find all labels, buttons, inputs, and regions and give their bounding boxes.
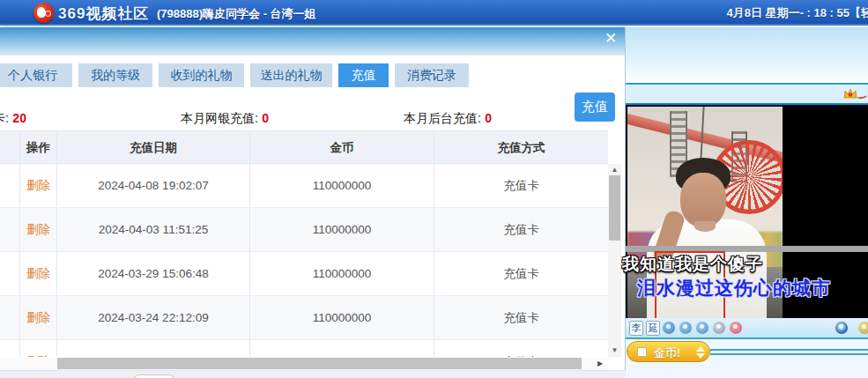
row-method: 充值卡 bbox=[434, 340, 608, 357]
scroll-right-icon[interactable]: ▶ bbox=[592, 357, 608, 370]
partial-icon[interactable] bbox=[858, 322, 868, 334]
col-header-date: 充值日期 bbox=[57, 131, 250, 163]
dialog-header: ✕ bbox=[0, 27, 625, 56]
tab-consumption-record[interactable]: 消费记录 bbox=[395, 63, 469, 87]
row-coins: 110000000 bbox=[250, 252, 434, 295]
table-row: 删除 2024-04-08 19:02:07 110000000 充值卡 bbox=[0, 164, 608, 208]
recharge-button[interactable]: 充值 bbox=[575, 93, 615, 122]
tab-recharge[interactable]: 充值 bbox=[338, 63, 389, 87]
scroll-down-icon[interactable]: ▼ bbox=[608, 345, 621, 357]
settings-gear-icon[interactable] bbox=[713, 322, 725, 334]
card-count: 卡: 20 bbox=[0, 110, 26, 127]
row-date: 2024-04-08 19:02:07 bbox=[57, 164, 250, 207]
spinner-up-icon[interactable] bbox=[696, 346, 705, 352]
monthly-online-recharge-value: 0 bbox=[262, 111, 269, 125]
monthly-online-recharge: 本月网银充值: 0 bbox=[181, 110, 269, 127]
table-body: 删除 2024-04-08 19:02:07 110000000 充值卡 删除 … bbox=[0, 164, 608, 357]
user-button-li[interactable]: 李 bbox=[629, 321, 643, 336]
monthly-backend-recharge-label: 本月后台充值: bbox=[404, 111, 481, 125]
table-row: 删除 2024-03-24 22:12:09 110000000 充值卡 bbox=[0, 296, 608, 340]
row-coins: 110000000 bbox=[250, 208, 434, 251]
person-face bbox=[680, 173, 726, 227]
ice-cream-icon[interactable] bbox=[730, 322, 742, 334]
tab-gifts-sent[interactable]: 送出的礼物 bbox=[250, 63, 332, 87]
delete-link[interactable]: 删除 bbox=[26, 223, 50, 236]
delete-link[interactable]: 删除 bbox=[26, 311, 50, 324]
close-icon[interactable]: ✕ bbox=[601, 29, 620, 48]
monthly-online-recharge-label: 本月网银充值: bbox=[181, 111, 258, 125]
card-count-label: 卡: bbox=[0, 111, 9, 125]
monthly-backend-recharge: 本月后台充值: 0 bbox=[404, 110, 492, 127]
row-method: 充值卡 bbox=[434, 208, 608, 251]
table-header: 操作 充值日期 金币 充值方式 bbox=[0, 130, 608, 164]
row-date: 2024-03-10 18:40:09 bbox=[57, 340, 250, 357]
col-header-action: 操作 bbox=[20, 131, 57, 163]
row-date: 2024-03-24 22:12:09 bbox=[57, 296, 250, 339]
app-background-strip bbox=[626, 27, 868, 83]
date-time-text: 4月8日 星期一- : 18 : 55【轻 bbox=[727, 5, 868, 21]
room-title: (798888)嗨皮同学会 - 台湾一姐 bbox=[157, 6, 316, 22]
tab-personal-bank[interactable]: 个人银行 bbox=[0, 63, 72, 87]
row-method: 充值卡 bbox=[434, 252, 608, 295]
window-titlebar: 369视频社区 (798888)嗨皮同学会 - 台湾一姐 4月8日 星期一- :… bbox=[0, 0, 868, 26]
row-coins: 110000000 bbox=[250, 296, 434, 339]
spinner-down-icon[interactable] bbox=[696, 353, 705, 359]
coin-label: 金币! bbox=[654, 345, 680, 361]
user-button-yan[interactable]: 延 bbox=[646, 321, 660, 336]
tab-gifts-received[interactable]: 收到的礼物 bbox=[159, 63, 244, 87]
delete-link[interactable]: 删除 bbox=[26, 179, 50, 192]
coin-checkbox[interactable] bbox=[637, 347, 647, 357]
vertical-scroll-thumb[interactable] bbox=[609, 175, 620, 241]
double-divider-line bbox=[710, 349, 868, 355]
app-title: 369视频社区 bbox=[58, 4, 149, 24]
row-date: 2024-04-03 11:51:25 bbox=[57, 208, 250, 251]
coin-bar[interactable]: 金币! bbox=[627, 341, 710, 362]
row-method: 充值卡 bbox=[434, 296, 608, 339]
delete-link[interactable]: 删除 bbox=[26, 267, 50, 280]
row-method: 充值卡 bbox=[434, 164, 608, 207]
app-logo-icon bbox=[33, 3, 54, 23]
horizontal-scrollbar[interactable] bbox=[0, 357, 608, 370]
col-header-method: 充值方式 bbox=[434, 131, 608, 163]
person-neck bbox=[694, 221, 716, 232]
dialog-tabs: 个人银行 我的等级 收到的礼物 送出的礼物 充值 消费记录 bbox=[0, 63, 625, 87]
webcam-icon[interactable] bbox=[696, 322, 708, 334]
table-header-spacer bbox=[0, 131, 20, 163]
subtitle-line-2: 泪水漫过这伤心的城市 bbox=[637, 276, 831, 300]
recharge-dialog: ✕ 个人银行 我的等级 收到的礼物 送出的礼物 充值 消费记录 卡: 20 本月… bbox=[0, 27, 626, 378]
subtitle-line-1: 我知道我是个傻子 bbox=[622, 253, 763, 276]
dialog-footer bbox=[0, 370, 626, 378]
tab-my-level[interactable]: 我的等级 bbox=[78, 63, 152, 87]
col-header-coins: 金币 bbox=[250, 131, 434, 163]
user-bar-strip bbox=[626, 85, 868, 103]
pagination-button-partial[interactable] bbox=[134, 374, 174, 378]
row-coins: 110000000 bbox=[250, 164, 434, 207]
vertical-scrollbar[interactable]: ▲ ▼ bbox=[608, 164, 621, 357]
video-toolbar: 李 延 bbox=[626, 318, 868, 339]
row-coins: 110000000 bbox=[250, 340, 434, 357]
horizontal-scroll-thumb[interactable] bbox=[57, 358, 582, 369]
main-app-panel: 李 延 金币! bbox=[626, 27, 868, 378]
table-row: 删除 2024-04-03 11:51:25 110000000 充值卡 bbox=[0, 208, 608, 252]
chat-user-icon[interactable] bbox=[679, 322, 692, 334]
table-row: 删除 2024-03-29 15:06:48 110000000 充值卡 bbox=[0, 252, 608, 296]
crown-icon bbox=[843, 87, 857, 100]
eye-icon[interactable] bbox=[835, 322, 848, 334]
table-row: 删除 2024-03-10 18:40:09 110000000 充值卡 bbox=[0, 340, 608, 357]
add-user-icon[interactable] bbox=[663, 322, 675, 334]
coin-spinner[interactable] bbox=[694, 345, 707, 359]
scroll-up-icon[interactable]: ▲ bbox=[608, 164, 621, 176]
screen: 369视频社区 (798888)嗨皮同学会 - 台湾一姐 4月8日 星期一- :… bbox=[0, 0, 868, 378]
monthly-backend-recharge-value: 0 bbox=[485, 111, 492, 125]
card-count-value: 20 bbox=[12, 111, 26, 125]
row-date: 2024-03-29 15:06:48 bbox=[57, 252, 250, 295]
